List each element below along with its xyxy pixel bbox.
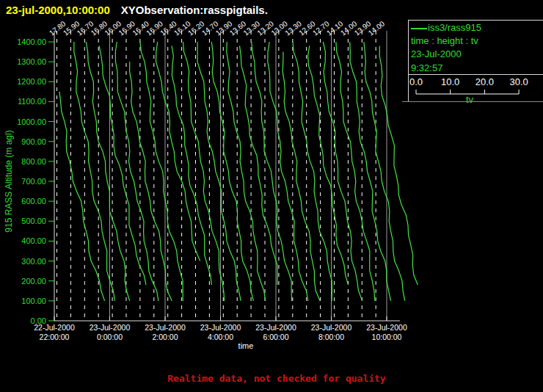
tv-profile-curve [115, 42, 158, 301]
x-tick-date: 23-Jul-2000 [200, 323, 241, 332]
tv-scale-number: 0.0 [409, 76, 423, 87]
profile-tv-label: 14.00 [367, 19, 387, 37]
legend-series-name: iss3/rass915 [428, 22, 481, 33]
x-tick-time: 10:00:00 [372, 333, 402, 341]
tv-profile-curve [268, 42, 308, 301]
legend-panel: iss3/rass915 time : height : tv 23-Jul-2… [402, 0, 543, 110]
y-tick-label: 200.00 [21, 277, 46, 286]
legend-series-row: iss3/rass915 [411, 22, 481, 33]
y-tick-label: 1200.00 [17, 77, 46, 86]
y-tick-label: 1000.00 [17, 117, 46, 126]
tv-profile-curve [350, 42, 391, 301]
y-tick-label: 1100.00 [18, 97, 46, 106]
legend-mapping: time : height : tv [411, 35, 478, 46]
x-axis-title: time [238, 341, 254, 350]
x-tick-time: 22:00:00 [40, 333, 70, 341]
tv-profile-curve [240, 46, 278, 285]
tv-profile-curve [227, 42, 266, 301]
y-tick-label: 100.00 [21, 297, 46, 305]
x-tick-date: 23-Jul-2000 [255, 323, 296, 332]
app-window: 23-jul-2000,10:00:00XYObservation:rasspi… [0, 0, 543, 392]
tv-profile-curve [211, 42, 253, 301]
y-tick-label: 1300.00 [17, 57, 46, 66]
x-tick-date: 23-Jul-2000 [90, 323, 131, 332]
x-tick-date: 23-Jul-2000 [311, 323, 352, 332]
x-tick-time: 4:00:00 [208, 333, 233, 341]
tv-scale-number: 10.0 [441, 76, 459, 87]
tv-profile-curve [308, 46, 349, 285]
x-tick-time: 6:00:00 [263, 333, 288, 341]
tv-profile-curve [86, 42, 129, 301]
y-axis-title: 915 RASS Altitude (m agl) [4, 130, 14, 232]
tv-profile-curve [172, 46, 212, 285]
y-tick-label: 600.00 [21, 197, 46, 206]
legend-line-sample-icon [411, 28, 427, 29]
legend-top-border [408, 20, 543, 21]
tv-profile-curve [130, 62, 172, 301]
legend-separator [408, 74, 543, 75]
tv-axis-label: tv [466, 94, 473, 105]
legend-time: 9:32:57 [411, 62, 442, 73]
y-tick-label: 700.00 [21, 177, 46, 186]
y-tick-label: 400.00 [21, 236, 46, 245]
x-tick-date: 23-Jul-2000 [145, 323, 186, 332]
y-tick-label: 800.00 [21, 157, 46, 166]
legend-bottom-rule [402, 101, 543, 102]
quality-notice: Realtime data, not checked for quality [0, 373, 543, 384]
tv-scale-number: 20.0 [475, 76, 494, 87]
legend-date: 23-Jul-2000 [411, 48, 462, 59]
x-tick-time: 0:00:00 [97, 333, 123, 341]
tv-profile-curve [336, 42, 375, 301]
tv-profile-curve [156, 42, 200, 261]
x-tick-date: 22-Jul-2000 [34, 323, 75, 332]
tv-scale-number: 30.0 [509, 76, 528, 87]
y-tick-label: 1400.00 [17, 37, 46, 46]
y-tick-label: 500.00 [21, 217, 46, 225]
y-tick-label: 900.00 [21, 137, 46, 146]
y-tick-label: 300.00 [21, 257, 46, 266]
x-tick-time: 8:00:00 [318, 333, 344, 341]
tv-profile-curve [74, 42, 115, 301]
x-tick-date: 23-Jul-2000 [366, 323, 407, 332]
x-tick-time: 2:00:00 [152, 333, 178, 341]
